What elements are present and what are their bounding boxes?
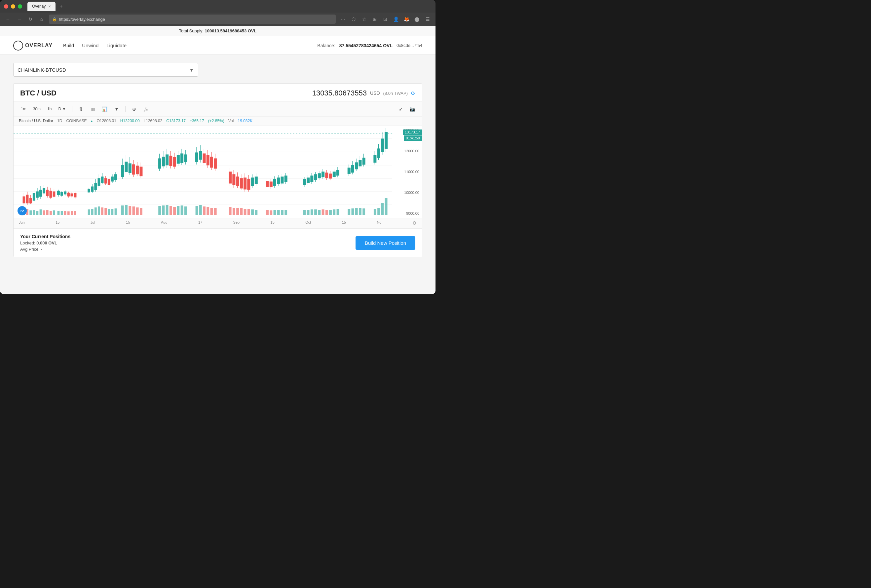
avg-price-label: Avg Price:	[20, 247, 40, 252]
tab-title: Overlay	[32, 4, 46, 9]
security-icon: 🔒	[52, 17, 57, 21]
x-label-aug: Aug	[161, 220, 168, 226]
svg-rect-206	[211, 208, 213, 215]
timeframe-D-arrow: ▼	[62, 107, 66, 111]
fox-icon[interactable]: 🦊	[403, 15, 410, 23]
ohlcv-high: H13200.00	[120, 118, 140, 123]
x-label-no: No	[377, 220, 381, 226]
vol-value: 19.032K	[238, 118, 253, 123]
svg-rect-220	[281, 210, 283, 215]
svg-rect-208	[229, 207, 232, 215]
svg-rect-222	[303, 210, 306, 215]
containers-icon[interactable]: ⊡	[381, 15, 389, 23]
forward-button[interactable]: →	[15, 15, 23, 23]
svg-rect-197	[169, 206, 172, 215]
svg-rect-194	[158, 206, 161, 215]
chart-settings-icon[interactable]: ⚙	[412, 220, 417, 226]
ohlcv-exchange: COINBASE	[66, 118, 87, 123]
header-right: Balance: 87.55452783424654 OVL 0x8cde...…	[317, 43, 422, 48]
svg-rect-165	[29, 210, 32, 215]
position-info: Your Current Positions Locked: 0.000 OVL…	[20, 234, 70, 252]
wallet-address[interactable]: 0x8cde...7fa4	[397, 43, 422, 48]
minimize-traffic-light[interactable]	[11, 4, 15, 9]
svg-rect-195	[162, 205, 165, 215]
function-icon[interactable]: 𝑓𝓍	[141, 105, 151, 114]
x-label-jul: Jul	[91, 220, 95, 226]
svg-rect-79	[177, 155, 180, 163]
svg-rect-218	[274, 210, 276, 215]
price-level-4: 12000.00	[398, 149, 419, 153]
refresh-icon[interactable]: ⟳	[411, 90, 415, 96]
current-price-tag: 13173.17	[403, 130, 422, 135]
svg-rect-205	[207, 207, 209, 215]
more-actions-button[interactable]: ···	[339, 15, 347, 23]
time-tag: 01:41:50	[404, 135, 422, 141]
ohlcv-open: O12808.01	[96, 118, 116, 123]
indicators-icon[interactable]: ⇅	[76, 105, 85, 114]
svg-rect-216	[266, 210, 269, 215]
chart-type-dropdown-icon[interactable]: ▼	[112, 105, 121, 114]
chart-area[interactable]: 13000.00 12000.00 11000.00 10000.00 9000…	[13, 126, 422, 218]
svg-rect-199	[177, 206, 180, 215]
svg-rect-200	[181, 205, 183, 215]
bookmark-icon[interactable]: ☆	[360, 15, 368, 23]
bookmarks-icon[interactable]: ⊞	[371, 15, 379, 23]
svg-rect-185	[108, 209, 110, 215]
chart-title: BTC / USD	[20, 89, 57, 97]
add-indicator-button[interactable]: ⊕	[130, 105, 139, 114]
svg-rect-225	[314, 209, 317, 215]
svg-rect-202	[196, 206, 198, 215]
timeframe-30m[interactable]: 30m	[31, 106, 43, 112]
new-tab-button[interactable]: +	[57, 2, 65, 10]
profile-icon[interactable]: 👤	[392, 15, 400, 23]
reload-button[interactable]: ↻	[27, 15, 34, 23]
svg-rect-187	[115, 208, 117, 215]
svg-rect-239	[381, 203, 384, 215]
close-traffic-light[interactable]	[4, 4, 8, 9]
svg-rect-73	[166, 155, 169, 165]
timeframe-1h[interactable]: 1h	[45, 106, 54, 112]
url-bar[interactable]: 🔒 https://overlay.exchange	[49, 15, 336, 24]
ohlcv-bar: Bitcoin / U.S. Dollar 1D COINBASE ● O128…	[13, 117, 422, 126]
chart-twap-label: (8.0h TWAP)	[383, 91, 408, 96]
screenshot-icon[interactable]: 📷	[407, 105, 417, 114]
chart-watermark	[18, 206, 27, 215]
build-new-position-button[interactable]: Build New Position	[356, 236, 415, 250]
chart-type-candles-icon[interactable]: 📊	[100, 105, 109, 114]
ohlcv-close: C13173.17	[166, 118, 186, 123]
svg-rect-237	[374, 209, 376, 215]
x-label-oct: Oct	[305, 220, 311, 226]
traffic-lights	[4, 4, 22, 9]
extension-icon[interactable]: ⬤	[413, 15, 421, 23]
timeframe-D-select[interactable]: D ▼	[56, 106, 68, 112]
svg-rect-233	[352, 208, 354, 215]
home-button[interactable]: ⌂	[38, 15, 46, 23]
svg-rect-203	[199, 205, 202, 215]
maximize-traffic-light[interactable]	[18, 4, 22, 9]
tab-close-icon[interactable]: ✕	[48, 4, 51, 8]
ohlcv-live-dot: ●	[91, 119, 93, 123]
back-button[interactable]: ←	[4, 15, 12, 23]
chart-header: BTC / USD 13035.80673553 USD (8.0h TWAP)…	[13, 84, 422, 102]
timeframe-D-label: D	[58, 107, 61, 111]
timeframe-1m[interactable]: 1m	[19, 106, 28, 112]
x-axis: Jun 15 Jul 15 Aug 17 Sep 15 Oct 15 No ⚙	[13, 218, 422, 228]
toolbar-separator-2	[125, 106, 126, 112]
nav-build[interactable]: Build	[63, 43, 74, 48]
svg-rect-159	[381, 139, 384, 152]
pocket-icon[interactable]: ⬡	[350, 15, 358, 23]
nav-unwind[interactable]: Unwind	[82, 43, 99, 48]
svg-rect-219	[277, 210, 280, 215]
svg-rect-207	[214, 208, 217, 215]
locked-label: Locked:	[20, 241, 35, 245]
market-selector[interactable]: CHAINLINK-BTCUSD ▼	[13, 63, 198, 76]
total-supply-prefix: Total Supply:	[179, 28, 205, 33]
nav-liquidate[interactable]: Liquidate	[106, 43, 127, 48]
svg-rect-196	[166, 205, 169, 215]
x-label-15d: 15	[342, 220, 346, 226]
active-tab[interactable]: Overlay ✕	[27, 1, 55, 11]
chart-type-bars-icon[interactable]: ▥	[88, 105, 97, 114]
position-bar: Your Current Positions Locked: 0.000 OVL…	[13, 228, 422, 257]
menu-icon[interactable]: ☰	[424, 15, 431, 23]
fullscreen-icon[interactable]: ⤢	[396, 105, 406, 114]
